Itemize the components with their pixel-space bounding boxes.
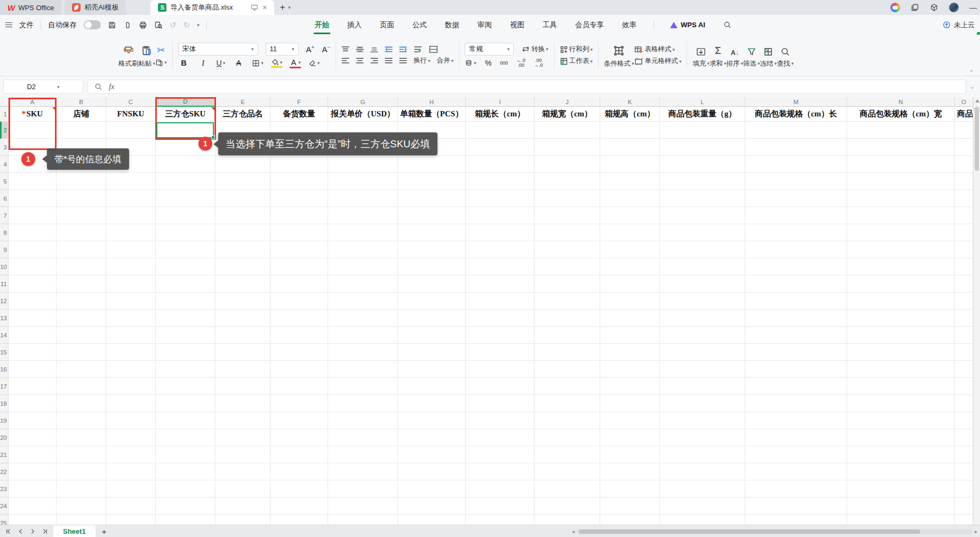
cell-L4[interactable] [660,156,745,173]
cell-O8[interactable] [955,224,973,241]
bold-button[interactable]: B [178,59,190,67]
cell-N19[interactable] [847,412,955,429]
cell-D7[interactable] [156,207,216,224]
first-sheet-icon[interactable] [5,528,11,534]
cell-J18[interactable] [535,395,600,412]
column-header-J[interactable]: J [535,97,600,107]
cell-F11[interactable] [270,275,328,293]
freeze-button[interactable]: 冻结▾ [760,38,777,73]
cell-E7[interactable] [216,207,270,224]
cell-H19[interactable] [398,412,466,429]
cell-K5[interactable] [600,173,660,190]
cell-I19[interactable] [466,412,535,429]
cell-N23[interactable] [847,480,955,497]
cell-G8[interactable] [328,224,398,241]
font-size-select[interactable]: 11▾ [266,43,299,56]
cell-L13[interactable] [660,310,745,327]
column-header-I[interactable]: I [466,97,535,107]
number-format-select[interactable]: 常规▾ [465,43,514,56]
cell-J9[interactable] [535,241,600,258]
cell-J7[interactable] [535,207,600,224]
cell-M9[interactable] [745,241,847,258]
cell-G16[interactable] [328,361,398,378]
undo-icon[interactable]: ↺ [170,20,177,30]
cell-L3[interactable] [660,139,745,156]
cell-L23[interactable] [660,480,745,497]
cell-B21[interactable] [57,446,106,463]
cell-I10[interactable] [466,258,535,275]
row-header-14[interactable]: 14 [0,327,9,344]
row-header-24[interactable]: 24 [0,497,9,515]
cell-G13[interactable] [328,310,398,327]
cell-A18[interactable] [9,395,57,412]
cell-M20[interactable] [745,429,847,446]
cell-K15[interactable] [600,344,660,361]
cell-K23[interactable] [600,480,660,497]
cell-A19[interactable] [9,412,57,429]
row-header-6[interactable]: 6 [0,190,9,207]
strikethrough-button[interactable]: A [233,59,244,67]
cell-F13[interactable] [270,310,328,327]
cell-M2[interactable] [745,122,847,139]
column-header-M[interactable]: M [745,97,847,107]
cell-A9[interactable] [9,241,57,258]
cell-L16[interactable] [660,361,745,378]
cell-G7[interactable] [328,207,398,224]
cell-G20[interactable] [328,429,398,446]
cell-I12[interactable] [466,293,535,310]
cell-F10[interactable] [270,258,328,275]
cell-O11[interactable] [955,275,973,293]
cell-I22[interactable] [466,463,535,480]
cell-D23[interactable] [156,480,216,497]
cell-E18[interactable] [216,395,270,412]
cell-I16[interactable] [466,361,535,378]
cell-I8[interactable] [466,224,535,241]
cell-D17[interactable] [156,378,216,395]
column-header-K[interactable]: K [600,97,660,107]
row-header-7[interactable]: 7 [0,207,9,224]
cell-F22[interactable] [270,463,328,480]
cell-D22[interactable] [156,463,216,480]
cell-D25[interactable] [156,515,216,525]
decrease-font-icon[interactable]: A− [322,44,330,54]
cell-A22[interactable] [9,463,57,480]
column-header-C[interactable]: C [106,97,156,107]
increase-decimal-icon[interactable]: ←.0.00 [516,58,525,68]
cell-I18[interactable] [466,395,535,412]
cell-H17[interactable] [398,378,466,395]
menu-tab-审阅[interactable]: 审阅 [476,16,493,34]
wps-ai-menu[interactable]: WPS AI [670,21,705,29]
cell-N6[interactable] [847,190,955,207]
convert-button[interactable]: 转换▾ [521,45,548,54]
docer-template-tab[interactable]: 稻壳AI模板 [65,0,126,15]
cell-I3[interactable] [466,139,535,156]
cond-format-button[interactable]: 条件格式▾ [604,38,634,73]
currency-format-icon[interactable]: ▾ [465,59,476,67]
cell-H25[interactable] [398,515,466,525]
cell-F24[interactable] [270,497,328,515]
wps-home-tab[interactable]: W WPS Office [0,0,61,15]
cell-D16[interactable] [156,361,216,378]
cell-N3[interactable] [847,139,955,156]
cell-B13[interactable] [57,310,106,327]
cell-A15[interactable] [9,344,57,361]
cell-E16[interactable] [216,361,270,378]
align-bottom-icon[interactable] [370,46,378,53]
cell-E13[interactable] [216,310,270,327]
cell-N8[interactable] [847,224,955,241]
row-header-8[interactable]: 8 [0,224,9,241]
cell-style-button[interactable]: 单元格样式▾ [634,57,681,66]
row-header-5[interactable]: 5 [0,173,9,190]
cell-B25[interactable] [57,515,106,525]
cell-F20[interactable] [270,429,328,446]
cell-D8[interactable] [156,224,216,241]
cell-N9[interactable] [847,241,955,258]
cell-N10[interactable] [847,258,955,275]
cell-L19[interactable] [660,412,745,429]
cell-K19[interactable] [600,412,660,429]
cell-K4[interactable] [600,156,660,173]
cell-F25[interactable] [270,515,328,525]
cell-B11[interactable] [57,275,106,293]
cell-I2[interactable] [466,122,535,139]
cell-L8[interactable] [660,224,745,241]
